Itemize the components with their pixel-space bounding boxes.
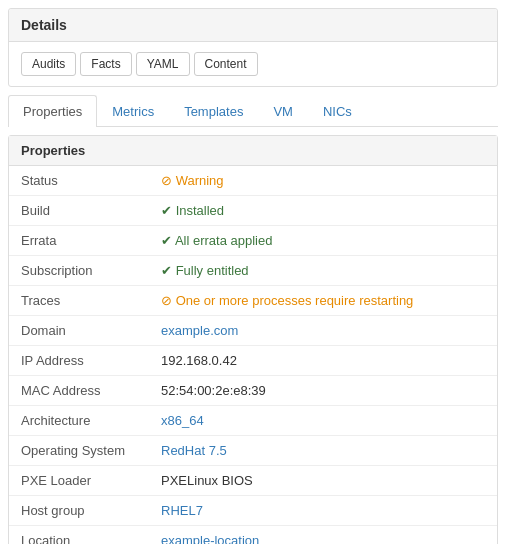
prop-value-domain: example.com: [149, 316, 497, 346]
warning-icon: ⊘: [161, 173, 176, 188]
toolbar-buttons: Audits Facts YAML Content: [21, 52, 485, 76]
domain-link[interactable]: example.com: [161, 323, 238, 338]
os-link[interactable]: RedHat 7.5: [161, 443, 227, 458]
tabs-bar: Properties Metrics Templates VM NICs: [8, 95, 498, 127]
panel-body: Audits Facts YAML Content: [9, 42, 497, 86]
table-row: Host group RHEL7: [9, 496, 497, 526]
location-link[interactable]: example-location: [161, 533, 259, 544]
prop-key-os: Operating System: [9, 436, 149, 466]
facts-button[interactable]: Facts: [80, 52, 131, 76]
hostgroup-link[interactable]: RHEL7: [161, 503, 203, 518]
content-button[interactable]: Content: [194, 52, 258, 76]
traces-warning-value: ⊘ One or more processes require restarti…: [161, 293, 413, 308]
prop-value-status: ⊘ Warning: [149, 166, 497, 196]
prop-key-location: Location: [9, 526, 149, 545]
details-panel: Details Audits Facts YAML Content: [8, 8, 498, 87]
prop-value-location: example-location: [149, 526, 497, 545]
prop-value-errata: ✔ All errata applied: [149, 226, 497, 256]
errata-ok-value: ✔ All errata applied: [161, 233, 272, 248]
ok-icon: ✔: [161, 233, 175, 248]
prop-key-ip: IP Address: [9, 346, 149, 376]
panel-title: Details: [9, 9, 497, 42]
tab-templates[interactable]: Templates: [169, 95, 258, 127]
status-warning-value: ⊘ Warning: [161, 173, 224, 188]
tab-metrics[interactable]: Metrics: [97, 95, 169, 127]
table-row: IP Address 192.168.0.42: [9, 346, 497, 376]
prop-key-arch: Architecture: [9, 406, 149, 436]
prop-key-subscription: Subscription: [9, 256, 149, 286]
table-row: PXE Loader PXELinux BIOS: [9, 466, 497, 496]
prop-key-build: Build: [9, 196, 149, 226]
prop-value-ip: 192.168.0.42: [149, 346, 497, 376]
prop-value-build: ✔ Installed: [149, 196, 497, 226]
prop-key-status: Status: [9, 166, 149, 196]
table-row: Subscription ✔ Fully entitled: [9, 256, 497, 286]
prop-value-subscription: ✔ Fully entitled: [149, 256, 497, 286]
prop-value-hostgroup: RHEL7: [149, 496, 497, 526]
properties-heading: Properties: [9, 136, 497, 166]
table-row: Operating System RedHat 7.5: [9, 436, 497, 466]
prop-key-errata: Errata: [9, 226, 149, 256]
tab-properties[interactable]: Properties: [8, 95, 97, 127]
properties-panel: Properties Status ⊘ Warning Build ✔ Inst…: [8, 135, 498, 544]
prop-value-mac: 52:54:00:2e:e8:39: [149, 376, 497, 406]
table-row: Architecture x86_64: [9, 406, 497, 436]
ok-icon: ✔: [161, 203, 176, 218]
subscription-ok-value: ✔ Fully entitled: [161, 263, 249, 278]
build-ok-value: ✔ Installed: [161, 203, 224, 218]
prop-key-domain: Domain: [9, 316, 149, 346]
table-row: Errata ✔ All errata applied: [9, 226, 497, 256]
prop-value-pxe: PXELinux BIOS: [149, 466, 497, 496]
warning-icon: ⊘: [161, 293, 176, 308]
table-row: Traces ⊘ One or more processes require r…: [9, 286, 497, 316]
audits-button[interactable]: Audits: [21, 52, 76, 76]
tab-nics[interactable]: NICs: [308, 95, 367, 127]
prop-value-arch: x86_64: [149, 406, 497, 436]
tab-vm[interactable]: VM: [258, 95, 308, 127]
ok-icon: ✔: [161, 263, 176, 278]
prop-value-traces: ⊘ One or more processes require restarti…: [149, 286, 497, 316]
yaml-button[interactable]: YAML: [136, 52, 190, 76]
prop-key-hostgroup: Host group: [9, 496, 149, 526]
table-row: Location example-location: [9, 526, 497, 545]
table-row: MAC Address 52:54:00:2e:e8:39: [9, 376, 497, 406]
properties-table: Status ⊘ Warning Build ✔ Installed Err: [9, 166, 497, 544]
prop-key-traces: Traces: [9, 286, 149, 316]
prop-value-os: RedHat 7.5: [149, 436, 497, 466]
table-row: Status ⊘ Warning: [9, 166, 497, 196]
table-row: Domain example.com: [9, 316, 497, 346]
architecture-link[interactable]: x86_64: [161, 413, 204, 428]
prop-key-pxe: PXE Loader: [9, 466, 149, 496]
prop-key-mac: MAC Address: [9, 376, 149, 406]
table-row: Build ✔ Installed: [9, 196, 497, 226]
